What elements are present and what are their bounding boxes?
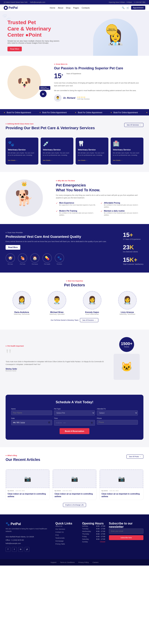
phone-group: Phone <box>97 417 138 426</box>
footer-careers-link[interactable]: Careers <box>93 562 98 563</box>
newsletter-email-input[interactable] <box>109 528 143 534</box>
footer-desc: We are committed to being the region's m… <box>6 528 52 533</box>
blog-img-3: 📷 <box>100 470 143 488</box>
footer: 🐾 PetPal We are committed to being the r… <box>0 514 149 559</box>
stat-big-num: 15+ <box>54 73 63 80</box>
time-input[interactable] <box>54 420 95 426</box>
play-btn[interactable]: ▶ <box>40 90 47 97</box>
service-desc-3: We will take care of pets. You can count… <box>78 152 106 156</box>
footer-link-5[interactable]: Testimonials <box>55 537 78 539</box>
phone-input[interactable] <box>97 420 138 424</box>
service-link-1[interactable]: See Details → <box>8 160 17 161</box>
social-youtube[interactable]: yt <box>25 547 30 552</box>
review-number: 1500+ <box>121 341 132 346</box>
doctor-avatar-1: 👩‍⚕️ <box>13 291 31 310</box>
nav-logo[interactable]: PetPal <box>4 6 18 10</box>
stat-num-2: 23K <box>123 244 143 251</box>
about-title: Our Passion Is Providing Superior Pet Ca… <box>54 66 141 70</box>
doctors-grid: 👩‍⚕️ Daria Andolora Veterinary Technicia… <box>6 291 143 315</box>
testimonial-author: Shirley Sofer <box>6 368 104 370</box>
footer-support-link[interactable]: Support <box>51 562 56 563</box>
stars: ★★★★★ <box>77 96 90 98</box>
stats-read-more-btn[interactable]: Read More <box>6 245 20 250</box>
hours-row-6: Saturday 8:00 - 17:00 <box>82 538 105 540</box>
footer-link-2[interactable]: Our Services <box>55 528 78 530</box>
stat-number: 15+ <box>54 73 63 80</box>
emergency-title: Pet Emergencies What You Need To Know. <box>56 183 143 192</box>
subscribe-btn[interactable]: Subscribe Now <box>109 535 143 540</box>
social-linkedin[interactable]: in <box>18 547 23 552</box>
footer-link-3[interactable]: Contact Us <box>55 531 78 533</box>
booking-form: Name Pet Type Select Pet Dog Cat Bird At… <box>11 408 138 434</box>
footer-link-7[interactable]: Pricing Table <box>55 543 78 545</box>
footer-col-hours: Opening Hours Monday 8:00 - 17:00 Tuesda… <box>82 522 105 552</box>
stats-icon-label-2: Pet Food <box>20 264 25 265</box>
services-tag: ●Defining World Class Home Care <box>6 123 95 125</box>
blog-meta-1: By Admin June 28, 2021 <box>8 490 48 492</box>
blog-date-3: June 28, 2021 <box>109 490 119 492</box>
blog-post-title-3[interactable]: Clean indoor air as important in control… <box>101 493 141 498</box>
nav-home[interactable]: Home <box>50 7 55 9</box>
stats-icons: 🐶 Pet Care 🍖 Pet Food 🏠 Pet House 💊 Pet … <box>6 254 117 265</box>
hours-day-5: Friday <box>82 536 87 538</box>
service-card-4: 🏥 Veterinary Service We will take care o… <box>111 138 143 164</box>
about-text-1: Come see how a trusting these of bringin… <box>54 82 141 87</box>
name-input[interactable] <box>11 410 52 415</box>
service-link-2[interactable]: See Details → <box>43 160 52 161</box>
about-content: ●Know More Us Our Passion Is Providing S… <box>54 63 141 102</box>
see-all-doctors-btn[interactable]: See All Doctors → <box>80 318 98 322</box>
nav-contacts[interactable]: Contacts <box>82 7 90 9</box>
doctors-tag: ●Meet Our Expertise <box>6 280 143 282</box>
checkmark-icon-3: ✓ <box>56 210 58 212</box>
social-twitter[interactable]: t <box>12 547 17 552</box>
blog-img-2: 📷 <box>53 470 96 488</box>
footer-link-4[interactable]: FAQ <box>55 534 78 536</box>
play-label: Watch OurAmazing Video <box>39 86 50 90</box>
search-icon[interactable]: 🔍 <box>122 6 125 9</box>
emergency-description: For every emergency the only thing you n… <box>56 194 143 199</box>
nav-about[interactable]: About <box>58 7 63 9</box>
testimonial-right: 1500+ Reviews 🐱 <box>110 337 143 380</box>
footer-privacy-link[interactable]: Privacy Policy <box>78 562 89 563</box>
blog-post-title-2[interactable]: Clean indoor air as important in control… <box>55 493 94 498</box>
blog-post-title-1[interactable]: Clean indoor air as important in control… <box>8 493 48 498</box>
blog-tag: ●What's Blog <box>6 454 40 456</box>
topbar-phone: +1 234 567 890 <box>133 1 145 3</box>
footer-col-newsletter: Subscribe to our newsletter Subscribe No… <box>109 522 143 552</box>
footer-terms-link[interactable]: Terms & Conditions <box>60 562 75 563</box>
cart-icon[interactable]: 🛒 <box>126 6 129 9</box>
stats-section: ●Trust Your Provider Professional Vest C… <box>0 224 149 272</box>
blog-date-2: June 28, 2021 <box>62 490 72 492</box>
stats-icon-1: 🐶 Pet Care <box>6 254 15 265</box>
testimonial-image: 🐱 <box>114 354 140 380</box>
doctor-card-1: 👩‍⚕️ Daria Andolora Veterinary Technicia… <box>6 291 38 315</box>
testimonial-text: "Duis Aute Irure Dolor In Reprehenderit … <box>6 360 104 366</box>
blog-body-1: By Admin June 28, 2021 Clean indoor air … <box>6 488 49 500</box>
nav-pages[interactable]: Pages <box>73 7 79 9</box>
attended-select[interactable]: Select <box>97 410 138 416</box>
service-link-4[interactable]: See Details → <box>113 160 122 161</box>
marquee-item: Book For Online Appointment <box>39 112 67 114</box>
hero-cta-btn[interactable]: Read More <box>8 47 22 51</box>
blog-author-2: By Admin <box>55 490 61 492</box>
pet-type-label: Pet Type <box>54 408 95 410</box>
date-input[interactable] <box>11 420 52 425</box>
footer-bottom: Support Terms & Conditions Privacy Polic… <box>0 559 149 566</box>
social-facebook[interactable]: f <box>6 547 11 552</box>
blog-img-1: 📷 <box>6 470 49 488</box>
blog-see-all-btn[interactable]: See All Posts → <box>126 454 143 459</box>
doctors-section: ●Meet Our Expertise Pet Doctors 👩‍⚕️ Dar… <box>0 272 149 330</box>
book-reservation-btn[interactable]: Book A Reservation <box>60 428 89 434</box>
blog-date-1: June 28, 2021 <box>16 490 25 492</box>
blog-more-btn[interactable]: Explore & Exchange Life <box>63 503 86 507</box>
nav-shop[interactable]: Shop <box>66 7 71 9</box>
blog-card-2: 📷 By Admin June 28, 2021 Clean indoor ai… <box>53 469 96 500</box>
appointment-btn[interactable]: Appointment <box>131 6 145 10</box>
emergency-content: ●Why We Are The Best Pet Emergencies Wha… <box>56 180 143 216</box>
about-image-wrap: 🐶 ▶ Watch OurAmazing Video <box>8 66 48 99</box>
service-link-3[interactable]: See Details → <box>78 160 87 161</box>
footer-link-1[interactable]: About Us <box>55 525 78 527</box>
footer-link-6[interactable]: Homepage <box>55 540 78 542</box>
pet-type-select[interactable]: Select Pet Dog Cat Bird <box>54 410 95 416</box>
services-see-all-btn[interactable]: See All Services → <box>124 123 143 127</box>
